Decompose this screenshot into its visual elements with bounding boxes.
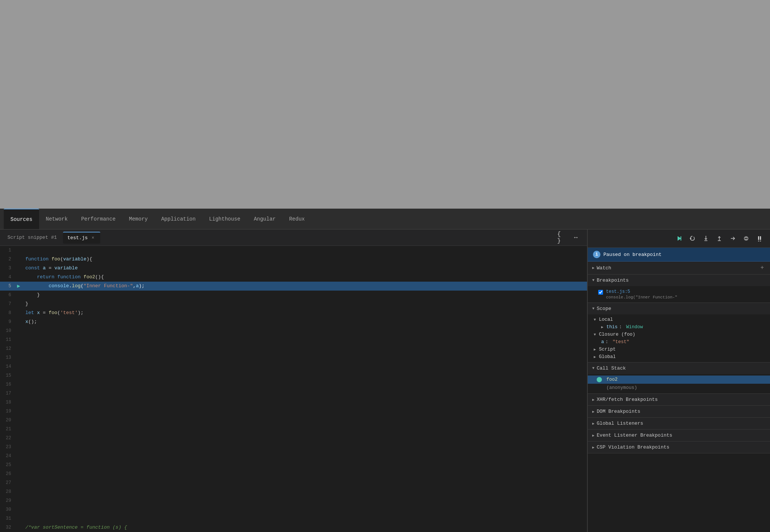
table-row: 30 xyxy=(0,505,587,514)
list-item[interactable]: (anonymous) xyxy=(588,384,770,392)
xhr-breakpoints-header[interactable]: XHR/fetch Breakpoints xyxy=(588,394,770,405)
csp-label: CSP Violation Breakpoints xyxy=(597,444,669,450)
pause-text: Paused on breakpoint xyxy=(603,252,662,257)
table-row: 1 xyxy=(0,246,587,255)
call-stack-section-header[interactable]: Call Stack xyxy=(588,362,770,374)
table-row: 28 xyxy=(0,487,587,496)
table-row: 24 xyxy=(0,452,587,460)
table-row: 18 xyxy=(0,398,587,407)
scope-val-a: "test" xyxy=(613,339,629,345)
breakpoints-body: test.js:5 console.log("Inner Function-" xyxy=(588,286,770,303)
editor-panel: Script snippet #1 test.js × { } ↔ 1 xyxy=(0,229,587,532)
svg-rect-12 xyxy=(758,241,759,241)
list-item[interactable]: foo2 xyxy=(588,376,770,384)
scope-section: Scope Local this : Window xyxy=(588,303,770,362)
file-tabs-bar: Script snippet #1 test.js × { } ↔ xyxy=(0,229,587,246)
step-out-button[interactable] xyxy=(713,232,725,244)
tab-angular[interactable]: Angular xyxy=(247,209,283,229)
table-row: 10 xyxy=(0,326,587,335)
list-item[interactable]: Local xyxy=(588,316,770,323)
scope-section-header[interactable]: Scope xyxy=(588,303,770,314)
table-row: 2 function foo(variable){ xyxy=(0,255,587,264)
table-row: 15 xyxy=(0,371,587,380)
tab-performance[interactable]: Performance xyxy=(75,209,122,229)
csp-violation-breakpoints-header[interactable]: CSP Violation Breakpoints xyxy=(588,441,770,453)
file-tab-close-icon[interactable]: × xyxy=(90,235,96,241)
breakpoint-code-label: console.log("Inner Function-" xyxy=(606,295,755,300)
watch-section-header[interactable]: Watch + xyxy=(588,262,770,274)
event-listener-breakpoints-header[interactable]: Event Listener Breakpoints xyxy=(588,430,770,441)
list-item[interactable]: Script xyxy=(588,346,770,353)
table-row: 11 xyxy=(0,335,587,344)
resume-button[interactable] xyxy=(673,232,685,244)
xhr-breakpoints-section: XHR/fetch Breakpoints xyxy=(588,394,770,406)
table-row: 8 let x = foo('test'); xyxy=(0,308,587,317)
tab-redux[interactable]: Redux xyxy=(283,209,312,229)
format-icon[interactable]: { } xyxy=(557,232,568,243)
xhr-label: XHR/fetch Breakpoints xyxy=(597,397,658,402)
step-over-button[interactable] xyxy=(687,232,698,244)
devtools-panel: Sources Network Performance Memory Appli… xyxy=(0,209,770,532)
main-content: Script snippet #1 test.js × { } ↔ 1 xyxy=(0,229,770,532)
table-row: 16 xyxy=(0,380,587,389)
list-item[interactable]: Closure (foo) xyxy=(588,331,770,338)
breakpoints-section-header[interactable]: Breakpoints xyxy=(588,275,770,286)
call-stack-section: Call Stack foo2 (anonymous) xyxy=(588,362,770,394)
top-gray-area xyxy=(0,0,770,209)
list-item[interactable]: Global xyxy=(588,353,770,361)
watch-add-button[interactable]: + xyxy=(759,265,766,271)
closure-label: Closure (foo) xyxy=(599,332,635,337)
deactivate-button[interactable] xyxy=(740,232,752,244)
breakpoint-checkbox[interactable] xyxy=(598,290,603,295)
table-row: 9 x(); xyxy=(0,317,587,326)
table-row: 23 xyxy=(0,443,587,452)
scope-body: Local this : Window Closure (foo) xyxy=(588,314,770,362)
dom-breakpoints-section: DOM Breakpoints xyxy=(588,406,770,418)
execution-arrow-icon: ▶ xyxy=(17,282,20,291)
dom-breakpoints-header[interactable]: DOM Breakpoints xyxy=(588,406,770,417)
step-into-button[interactable] xyxy=(700,232,712,244)
table-row: 13 xyxy=(0,353,587,362)
csp-violation-breakpoints-section: CSP Violation Breakpoints xyxy=(588,441,770,453)
call-stack-body: foo2 (anonymous) xyxy=(588,374,770,393)
pause-info-icon: i xyxy=(593,251,600,258)
table-row: 26 xyxy=(0,469,587,478)
list-item: test.js:5 console.log("Inner Function-" xyxy=(588,288,770,301)
scope-val-this: Window xyxy=(626,324,643,330)
call-stack-label: Call Stack xyxy=(597,365,626,371)
tab-lighthouse[interactable]: Lighthouse xyxy=(202,209,247,229)
table-row: 21 xyxy=(0,425,587,434)
svg-rect-13 xyxy=(760,241,761,241)
tab-application[interactable]: Application xyxy=(154,209,202,229)
pause-exceptions-button[interactable] xyxy=(754,232,766,244)
global-arrow-icon xyxy=(594,355,596,359)
file-tab-snippet[interactable]: Script snippet #1 xyxy=(3,232,61,244)
table-row: 4 return function foo2(){ xyxy=(0,273,587,282)
code-editor[interactable]: 1 2 function foo(variable){ 3 co xyxy=(0,246,587,532)
list-item[interactable]: this : Window xyxy=(588,323,770,331)
step-button[interactable] xyxy=(727,232,739,244)
breakpoints-section: Breakpoints test.js:5 console.log("Inner… xyxy=(588,275,770,303)
global-listeners-header[interactable]: Global Listeners xyxy=(588,418,770,429)
pretty-print-icon[interactable]: ↔ xyxy=(571,232,581,243)
breakpoints-arrow-icon xyxy=(592,278,594,282)
table-row: 31 xyxy=(0,514,587,523)
svg-rect-10 xyxy=(758,236,759,240)
xhr-arrow-icon xyxy=(592,398,594,402)
table-row: 5 ▶ console.log("Inner Function-",a); xyxy=(0,282,587,291)
debug-sections: Watch + Breakpoints test.js:5 xyxy=(588,262,770,532)
local-arrow-icon xyxy=(594,318,596,322)
tab-sources[interactable]: Sources xyxy=(4,209,39,229)
tab-memory[interactable]: Memory xyxy=(122,209,154,229)
active-frame-dot-icon xyxy=(597,377,602,382)
table-row: 3 const a = variable xyxy=(0,264,587,273)
table-row: 12 xyxy=(0,344,587,353)
svg-rect-11 xyxy=(760,236,761,240)
watch-label: Watch xyxy=(597,265,611,271)
global-listeners-section: Global Listeners xyxy=(588,418,770,430)
file-tab-testjs[interactable]: test.js × xyxy=(63,232,101,244)
global-listeners-arrow-icon xyxy=(592,421,594,426)
list-item[interactable]: a : "test" xyxy=(588,338,770,346)
tab-network[interactable]: Network xyxy=(39,209,75,229)
file-tab-testjs-label: test.js xyxy=(67,235,88,241)
